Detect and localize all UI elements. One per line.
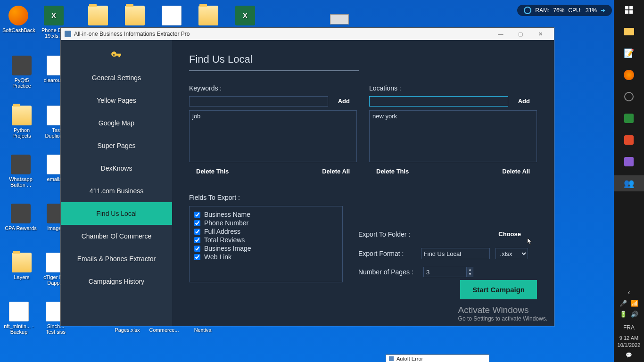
sidebar-item[interactable]: Super Pages xyxy=(61,134,172,157)
export-section: Export To Folder : Choose Export Format … xyxy=(358,228,528,285)
volume-icon[interactable]: 🔊 xyxy=(631,311,638,318)
language-indicator[interactable]: FRA xyxy=(623,324,635,331)
field-checkbox-row[interactable]: Total Reviews xyxy=(194,236,338,244)
sidebar: General SettingsYellow PagesGoogle MapSu… xyxy=(61,40,172,326)
locations-input[interactable] xyxy=(369,96,508,107)
field-checkbox-row[interactable]: Phone Number xyxy=(194,219,338,227)
wifi-icon[interactable]: 📶 xyxy=(631,300,638,307)
chevron-up-icon[interactable]: ‹ xyxy=(628,288,630,296)
pages-input[interactable] xyxy=(423,267,467,277)
list-item[interactable]: new york xyxy=(372,113,534,120)
locations-section: Locations : Add new york Delete This Del… xyxy=(369,84,537,178)
notifications-icon[interactable]: 💬 xyxy=(626,352,632,358)
recorder-icon[interactable] xyxy=(621,132,637,148)
camtasia-icon[interactable] xyxy=(621,110,637,126)
locations-delete-all-button[interactable]: Delete All xyxy=(495,165,537,178)
list-item[interactable]: job xyxy=(192,113,354,120)
export-format-name[interactable] xyxy=(421,248,490,259)
keywords-delete-all-button[interactable]: Delete All xyxy=(315,165,357,178)
keywords-label: Keywords : xyxy=(189,84,357,92)
active-app-icon[interactable]: 👥 xyxy=(614,175,644,191)
sidebar-item[interactable]: Google Map xyxy=(61,112,172,134)
sidebar-item[interactable]: DexKnows xyxy=(61,157,172,180)
field-checkbox-row[interactable]: Web Link xyxy=(194,253,338,261)
desktop-icon[interactable]: PyQt5 Practice xyxy=(6,56,38,89)
doc-icon xyxy=(9,302,29,321)
desktop-icon[interactable]: Whatsapp Button ... xyxy=(5,155,37,188)
field-checkbox-row[interactable]: Business Image xyxy=(194,244,338,253)
microphone-icon[interactable]: 🎤 xyxy=(619,300,627,307)
titlebar[interactable]: All-in-one Business Informations Extract… xyxy=(61,28,554,40)
desktop-icon[interactable]: Nextiva xyxy=(187,327,219,333)
system-tray: ‹ 🎤 📶 🔋 🔊 FRA 9:12 AM 10/1/2022 💬 xyxy=(618,288,641,362)
keywords-input[interactable] xyxy=(189,96,328,107)
field-checkbox[interactable] xyxy=(194,220,200,226)
file-explorer-icon[interactable] xyxy=(621,24,637,40)
maximize-button[interactable]: ▢ xyxy=(511,28,530,40)
desktop-icon[interactable]: SoftCashBack xyxy=(2,6,34,33)
desktop-icon[interactable] xyxy=(156,6,188,27)
desktop-icon[interactable] xyxy=(119,6,151,27)
desktop-icon[interactable]: CPA Rewards xyxy=(5,204,37,231)
sidebar-item[interactable]: Find Us Local xyxy=(61,202,172,225)
desktop-icon[interactable]: nft_mintin... - Backup xyxy=(3,302,35,335)
desktop-icon[interactable]: Pages.xlsx xyxy=(111,327,143,333)
desktop-icon-label: PyQt5 Practice xyxy=(6,77,38,89)
field-label: Total Reviews xyxy=(204,236,245,244)
clock[interactable]: 9:12 AM 10/1/2022 xyxy=(618,335,641,348)
svg-rect-2 xyxy=(625,10,628,14)
export-format-select[interactable]: .xlsx xyxy=(495,248,528,259)
field-checkbox-row[interactable]: Business Name xyxy=(194,210,338,219)
desktop-icon-label: CPA Rewards xyxy=(5,225,37,231)
locations-add-button[interactable]: Add xyxy=(511,95,537,107)
page-title: Find Us Local xyxy=(189,53,359,71)
sidebar-item[interactable]: 411.com Business xyxy=(61,180,172,202)
desktop-icon-label: Whatsapp Button ... xyxy=(5,176,37,188)
battery-icon[interactable]: 🔋 xyxy=(619,311,627,318)
close-button[interactable]: ✕ xyxy=(530,28,550,40)
update-icon[interactable] xyxy=(621,89,637,105)
desktop-icon-label: Pages.xlsx xyxy=(111,327,143,333)
field-checkbox[interactable] xyxy=(194,237,200,243)
desktop-icon[interactable] xyxy=(192,6,224,27)
key-icon xyxy=(61,46,172,66)
spinner-up[interactable]: ▲ xyxy=(467,267,473,272)
visual-studio-icon[interactable] xyxy=(621,154,637,170)
field-checkbox[interactable] xyxy=(194,212,200,218)
spinner-down[interactable]: ▼ xyxy=(467,272,473,277)
keywords-listbox[interactable]: job xyxy=(189,110,357,162)
keywords-add-button[interactable]: Add xyxy=(331,95,357,107)
svg-rect-0 xyxy=(625,6,628,9)
field-checkbox-row[interactable]: Full Address xyxy=(194,227,338,236)
field-checkbox[interactable] xyxy=(194,229,200,235)
taskbar: 📝 👥 ‹ 🎤 📶 🔋 🔊 FRA 9:12 AM 10/1/2022 💬 xyxy=(614,0,644,362)
export-folder-label: Export To Folder : xyxy=(358,230,418,238)
desktop-icon[interactable] xyxy=(82,6,114,27)
field-checkbox[interactable] xyxy=(194,246,200,252)
keywords-delete-this-button[interactable]: Delete This xyxy=(189,165,236,178)
minimize-button[interactable]: — xyxy=(491,28,511,40)
sidebar-item[interactable]: Yellow Pages xyxy=(61,89,172,112)
edit-icon[interactable]: 📝 xyxy=(621,45,637,61)
sidebar-item[interactable]: General Settings xyxy=(61,66,172,89)
desktop-icon[interactable]: Commerce... xyxy=(148,327,180,333)
firefox-taskbar-icon[interactable] xyxy=(621,67,637,83)
start-campaign-button[interactable]: Start Campaign xyxy=(460,280,537,299)
sidebar-item[interactable]: Chamber Of Commerce xyxy=(61,225,172,247)
locations-listbox[interactable]: new york xyxy=(369,110,537,162)
sidebar-item[interactable]: Campaigns History xyxy=(61,270,172,293)
keywords-section: Keywords : Add job Delete This Delete Al… xyxy=(189,84,357,178)
desktop-icon[interactable]: Layers xyxy=(6,253,38,280)
field-checkbox[interactable] xyxy=(194,254,200,260)
app-icon xyxy=(11,155,31,174)
ram-value: 76% xyxy=(553,7,564,14)
locations-delete-this-button[interactable]: Delete This xyxy=(369,165,416,178)
start-button[interactable] xyxy=(621,2,637,18)
app-icon xyxy=(11,204,31,223)
desktop-icon[interactable]: Python Projects xyxy=(6,106,38,139)
autoit-error-window[interactable]: AutoIt Error xyxy=(386,354,489,362)
arrow-icon: ➜ xyxy=(601,7,605,14)
desktop-icon[interactable]: X xyxy=(229,6,261,27)
sidebar-item[interactable]: Emails & Phones Extractor xyxy=(61,247,172,270)
choose-folder-button[interactable]: Choose xyxy=(491,228,528,240)
